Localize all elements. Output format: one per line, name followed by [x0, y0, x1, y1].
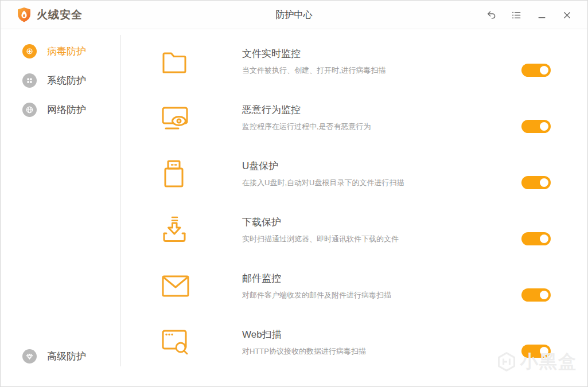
usb-drive-icon — [161, 159, 189, 188]
advanced-protection-icon — [22, 349, 37, 363]
row-title: Web扫描 — [242, 329, 282, 341]
row-description: 在接入U盘时,自动对U盘根目录下的文件进行扫描 — [242, 178, 404, 188]
row-title: 下载保护 — [242, 216, 281, 229]
protection-row-download-protection: 下载保护 实时扫描通过浏览器、即时通讯软件下载的文件 — [155, 209, 587, 265]
row-title: 邮件监控 — [242, 272, 281, 285]
close-icon[interactable] — [561, 9, 573, 21]
titlebar: 火绒安全 防护中心 — [1, 1, 587, 29]
page-title: 防护中心 — [276, 1, 313, 29]
app-logo: 火绒安全 — [17, 1, 83, 29]
monitor-eye-icon — [161, 106, 189, 135]
row-description: 对邮件客户端收发的邮件及附件进行病毒扫描 — [242, 290, 391, 300]
log-list-icon[interactable] — [511, 9, 522, 21]
row-description: 当文件被执行、创建、打开时,进行病毒扫描 — [242, 65, 386, 76]
row-description: 对HTTP协议接收的数据进行病毒扫描 — [242, 346, 366, 357]
sidebar-item-label: 系统防护 — [47, 74, 86, 87]
toggle-knob — [540, 347, 548, 355]
system-protection-icon — [22, 73, 37, 88]
row-description: 监控程序在运行过程中,是否有恶意行为 — [242, 122, 371, 132]
toggle-knob — [540, 291, 548, 299]
protection-row-file-realtime: 文件实时监控 当文件被执行、创建、打开时,进行病毒扫描 — [155, 41, 587, 97]
protection-row-malicious-behavior: 恶意行为监控 监控程序在运行过程中,是否有恶意行为 — [155, 97, 587, 153]
row-title: 文件实时监控 — [242, 48, 301, 60]
sidebar-item-system-protection[interactable]: 系统防护 — [22, 73, 86, 88]
protection-row-usb-protection: U盘保护 在接入U盘时,自动对U盘根目录下的文件进行扫描 — [155, 153, 587, 209]
protection-list: 文件实时监控 当文件被执行、创建、打开时,进行病毒扫描 恶意行为监控 监控程序在… — [122, 29, 587, 386]
download-icon — [161, 216, 189, 244]
protection-row-web-scan: Web扫描 对HTTP协议接收的数据进行病毒扫描 — [155, 322, 587, 378]
mail-icon — [161, 275, 189, 303]
row-title: U盘保护 — [242, 160, 278, 173]
sidebar-item-network-protection[interactable]: 网络防护 — [22, 102, 86, 117]
toggle-mail-monitor[interactable] — [521, 288, 551, 302]
protection-row-mail-monitor: 邮件监控 对邮件客户端收发的邮件及附件进行病毒扫描 — [155, 265, 587, 322]
back-icon[interactable] — [485, 9, 497, 21]
sidebar-item-virus-protection[interactable]: 病毒防护 — [22, 44, 86, 58]
virus-protection-icon — [22, 44, 37, 58]
toggle-malicious-behavior-monitor[interactable] — [521, 120, 551, 133]
toggle-file-realtime-monitor[interactable] — [521, 64, 551, 77]
sidebar-item-label: 网络防护 — [47, 103, 86, 116]
toggle-knob — [540, 122, 548, 131]
toggle-download-protection[interactable] — [521, 232, 551, 245]
row-description: 实时扫描通过浏览器、即时通讯软件下载的文件 — [242, 234, 399, 244]
folder-icon — [161, 47, 189, 76]
sidebar-item-label: 病毒防护 — [47, 45, 86, 58]
shield-flame-logo-icon — [17, 7, 32, 23]
network-protection-icon — [22, 103, 37, 117]
sidebar-item-advanced-protection[interactable]: 高级防护 — [22, 349, 86, 363]
web-scan-icon — [161, 328, 189, 357]
toggle-usb-protection[interactable] — [521, 176, 551, 189]
sidebar: 病毒防护 系统防护 网络防护 — [1, 29, 121, 386]
toggle-knob — [540, 178, 548, 187]
toggle-knob — [540, 66, 548, 75]
toggle-knob — [540, 234, 548, 243]
window-controls — [485, 1, 573, 29]
app-name: 火绒安全 — [37, 7, 83, 22]
minimize-icon[interactable] — [536, 9, 547, 21]
toggle-web-scan[interactable] — [521, 345, 551, 358]
row-title: 恶意行为监控 — [242, 104, 301, 116]
app-window: 火绒安全 防护中心 — [0, 0, 588, 387]
sidebar-item-label: 高级防护 — [47, 350, 86, 363]
